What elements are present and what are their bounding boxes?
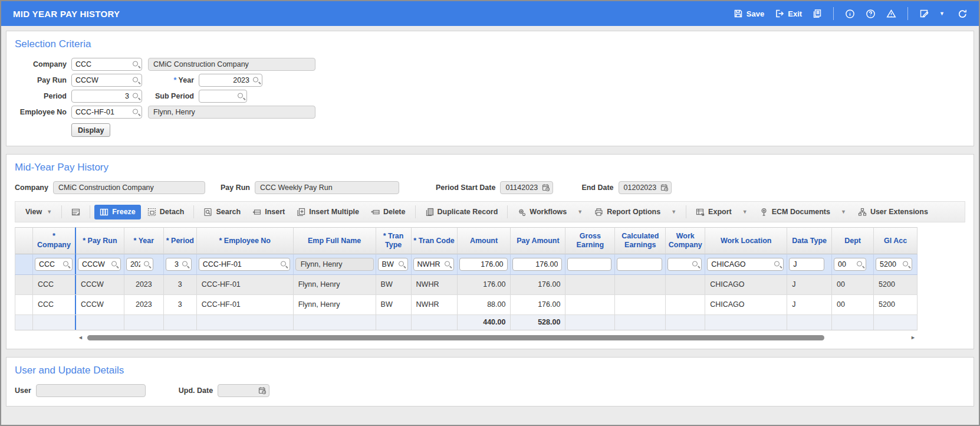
toolbar-report-options-button[interactable]: Report Options ▼ [589, 205, 682, 219]
total-cell-empty [787, 315, 832, 330]
toolbar-duplicate-record-button[interactable]: Duplicate Record [420, 205, 504, 219]
toolbar-view-button[interactable]: View ▼ [20, 205, 57, 219]
user-details-panel: User and Update Details User Upd. Date [6, 357, 974, 407]
insert-multiple-label: Insert Multiple [309, 208, 359, 216]
table-row[interactable]: CCCCCCW20233CCC-HF-01Flynn, HenryBWNWHR8… [15, 295, 917, 315]
scrollbar-track[interactable] [87, 335, 906, 340]
col-header-calculated_earnings[interactable]: Calculated Earnings [615, 227, 666, 254]
edit-mode-button[interactable] [917, 8, 930, 19]
col-header-gl_acc[interactable]: Gl Acc [874, 227, 917, 254]
toolbar-grid-settings-button[interactable] [66, 205, 85, 219]
edit-data_type-input[interactable] [789, 258, 824, 271]
pay-run-input[interactable] [71, 74, 142, 87]
info-button[interactable] [843, 8, 857, 20]
exit-button[interactable]: Exit [773, 8, 804, 19]
horizontal-scrollbar[interactable]: ◄ ► [15, 332, 917, 343]
toolbar-freeze-button[interactable]: Freeze [94, 205, 141, 219]
lookup-search-icon[interactable] [444, 261, 452, 268]
warnings-button[interactable] [884, 8, 898, 20]
chevron-down-icon: ▼ [47, 209, 52, 215]
calendar-icon[interactable] [660, 183, 669, 192]
cell-dept: 00 [832, 275, 874, 294]
lookup-search-icon[interactable] [63, 261, 70, 268]
lookup-search-icon[interactable] [111, 261, 119, 268]
toolbar-export-button[interactable]: Export ▼ [690, 205, 753, 219]
lookup-search-icon[interactable] [182, 261, 189, 268]
edit-employee_no-input[interactable] [199, 258, 290, 271]
col-header-tran_code[interactable]: * Tran Code [412, 227, 458, 254]
toolbar-detach-button[interactable]: Detach [142, 205, 190, 219]
lookup-search-icon[interactable] [774, 261, 781, 268]
total-cell-empty [164, 315, 197, 330]
transaction-log-button[interactable] [811, 8, 824, 19]
lookup-search-icon[interactable] [856, 261, 864, 268]
save-button[interactable]: Save [732, 8, 766, 19]
col-header-pay_amount[interactable]: Pay Amount [511, 227, 565, 254]
search-icon[interactable] [237, 93, 245, 100]
display-button[interactable]: Display [71, 123, 110, 137]
scroll-right-arrow[interactable]: ► [909, 335, 917, 340]
cell-emp_full_name: Flynn, Henry [294, 275, 376, 294]
edit-pay_amount-input[interactable] [512, 258, 562, 271]
end-date-field: 01202023 [619, 181, 672, 194]
col-header-gross_earning[interactable]: Gross Earning [565, 227, 615, 254]
toolbar-insert-multiple-button[interactable]: Insert Multiple [291, 205, 364, 219]
col-header-work_company[interactable]: Work Company [666, 227, 705, 254]
search-icon[interactable] [132, 77, 140, 84]
edit-work_location-input[interactable] [707, 258, 784, 271]
company-name-display: CMiC Construction Company [148, 58, 315, 71]
employee-no-input[interactable] [71, 106, 142, 119]
col-header-pay_run[interactable]: * Pay Run [76, 227, 124, 254]
toolbar-ecm-documents-button[interactable]: ECM Documents ▼ [754, 205, 851, 219]
toolbar-workflows-button[interactable]: Workflows ▼ [512, 205, 588, 219]
col-header-company[interactable]: * Company [33, 227, 76, 254]
toolbar-search-button[interactable]: Search [198, 205, 246, 219]
edit-gross_earning-input[interactable] [567, 258, 611, 271]
refresh-button[interactable] [956, 8, 969, 20]
toolbar-separator [90, 205, 90, 218]
col-header-work_location[interactable]: Work Location [705, 227, 787, 254]
col-header-period[interactable]: * Period [164, 227, 197, 254]
help-button[interactable] [864, 8, 877, 20]
lookup-search-icon[interactable] [902, 261, 910, 268]
year-label: * Year [149, 76, 194, 84]
edit-options-caret-button[interactable]: ▼ [938, 9, 946, 18]
search-icon[interactable] [252, 77, 260, 84]
lookup-search-icon[interactable] [280, 261, 288, 268]
col-header-dept[interactable]: Dept [832, 227, 874, 254]
scroll-left-arrow[interactable]: ◄ [76, 335, 85, 340]
lookup-search-icon[interactable] [143, 261, 151, 268]
toolbar-user-extensions-button[interactable]: User Extensions [853, 205, 933, 219]
period-input[interactable] [71, 90, 142, 103]
edit-row[interactable]: Flynn, Henry [15, 254, 917, 275]
col-header-emp_full_name[interactable]: Emp Full Name [294, 227, 376, 254]
top-actions: Save Exit ▼ [732, 7, 969, 20]
calendar-icon[interactable] [542, 183, 550, 192]
calendar-icon[interactable] [258, 386, 267, 395]
search-icon[interactable] [132, 93, 140, 100]
search-icon[interactable] [132, 61, 140, 68]
row-selector-header[interactable] [15, 227, 33, 254]
col-header-employee_no[interactable]: * Employee No [197, 227, 294, 254]
toolbar-insert-button[interactable]: Insert [247, 205, 290, 219]
delete-label: Delete [383, 208, 406, 216]
toolbar-delete-button[interactable]: Delete [366, 205, 411, 219]
employee-row: Employee No Flynn, Henry [15, 106, 965, 119]
col-header-tran_type[interactable]: * Tran Type [376, 227, 412, 254]
company-input[interactable] [71, 58, 142, 71]
search-icon[interactable] [132, 109, 140, 116]
edit-calculated_earnings-input[interactable] [617, 258, 662, 271]
scrollbar-thumb[interactable] [87, 335, 824, 340]
col-header-year[interactable]: * Year [124, 227, 164, 254]
grid-settings-icon [71, 208, 80, 217]
edit-amount-input[interactable] [459, 258, 508, 271]
freeze-icon [100, 208, 108, 217]
cell-work_company [666, 275, 705, 294]
cell-data_type: J [787, 275, 832, 294]
row-selector[interactable] [15, 254, 33, 274]
lookup-search-icon[interactable] [692, 261, 699, 268]
table-row[interactable]: CCCCCCW20233CCC-HF-01Flynn, HenryBWNWHR1… [15, 275, 917, 295]
lookup-search-icon[interactable] [398, 261, 406, 268]
col-header-amount[interactable]: Amount [458, 227, 511, 254]
col-header-data_type[interactable]: Data Type [787, 227, 832, 254]
